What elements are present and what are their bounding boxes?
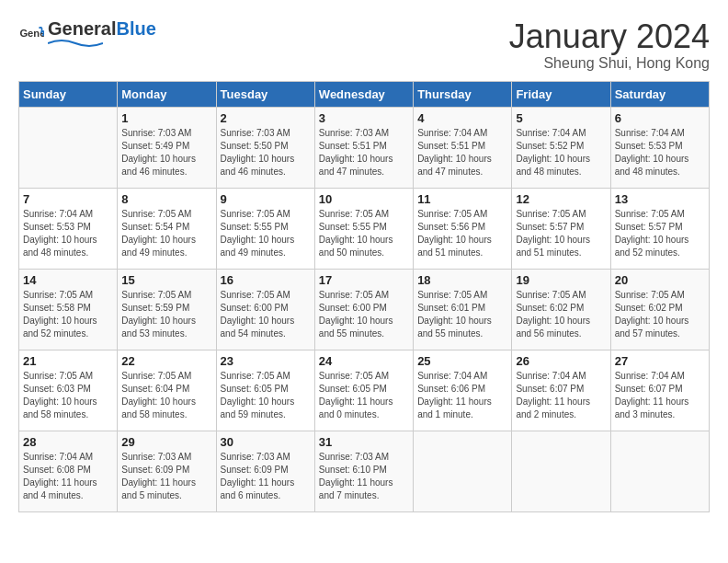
calendar-cell: 11Sunrise: 7:05 AMSunset: 5:56 PMDayligh… [414,188,512,269]
day-number: 26 [516,354,606,368]
title-section: January 2024 Sheung Shui, Hong Kong [509,18,710,72]
day-number: 2 [221,111,311,125]
day-info: Sunrise: 7:03 AMSunset: 5:51 PMDaylight:… [319,127,409,178]
calendar-cell: 12Sunrise: 7:05 AMSunset: 5:57 PMDayligh… [512,188,610,269]
calendar-cell: 21Sunrise: 7:05 AMSunset: 6:03 PMDayligh… [19,350,118,431]
day-info: Sunrise: 7:05 AMSunset: 6:00 PMDaylight:… [319,289,409,340]
calendar-cell: 30Sunrise: 7:03 AMSunset: 6:09 PMDayligh… [216,431,314,511]
day-number: 31 [319,435,409,449]
calendar-cell: 6Sunrise: 7:04 AMSunset: 5:53 PMDaylight… [610,107,709,188]
calendar-week-row: 21Sunrise: 7:05 AMSunset: 6:03 PMDayligh… [19,350,710,431]
calendar-cell: 23Sunrise: 7:05 AMSunset: 6:05 PMDayligh… [216,350,314,431]
day-number: 12 [516,192,606,206]
day-info: Sunrise: 7:03 AMSunset: 5:49 PMDaylight:… [121,127,211,178]
calendar-week-row: 14Sunrise: 7:05 AMSunset: 5:58 PMDayligh… [19,269,710,350]
day-info: Sunrise: 7:05 AMSunset: 5:57 PMDaylight:… [615,208,705,259]
day-info: Sunrise: 7:03 AMSunset: 6:10 PMDaylight:… [319,451,409,502]
day-number: 19 [516,273,606,287]
day-number: 11 [417,192,507,206]
calendar-cell: 8Sunrise: 7:05 AMSunset: 5:54 PMDaylight… [118,188,216,269]
day-number: 8 [121,192,211,206]
calendar-header-row: SundayMondayTuesdayWednesdayThursdayFrid… [19,81,710,107]
location-title: Sheung Shui, Hong Kong [509,55,710,72]
calendar-cell: 25Sunrise: 7:04 AMSunset: 6:06 PMDayligh… [414,350,512,431]
logo-icon: General [18,23,44,49]
calendar-cell: 24Sunrise: 7:05 AMSunset: 6:05 PMDayligh… [314,350,413,431]
day-info: Sunrise: 7:03 AMSunset: 6:09 PMDaylight:… [221,451,311,502]
day-number: 5 [516,111,606,125]
day-info: Sunrise: 7:04 AMSunset: 5:53 PMDaylight:… [23,208,113,259]
calendar-table: SundayMondayTuesdayWednesdayThursdayFrid… [18,81,710,512]
header-cell-saturday: Saturday [610,81,709,107]
calendar-cell: 27Sunrise: 7:04 AMSunset: 6:07 PMDayligh… [610,350,709,431]
calendar-cell: 31Sunrise: 7:03 AMSunset: 6:10 PMDayligh… [314,431,413,511]
calendar-cell [19,107,118,188]
calendar-week-row: 28Sunrise: 7:04 AMSunset: 6:08 PMDayligh… [19,431,710,511]
day-info: Sunrise: 7:05 AMSunset: 5:57 PMDaylight:… [516,208,606,259]
logo-underline-icon [48,38,103,49]
day-info: Sunrise: 7:03 AMSunset: 6:09 PMDaylight:… [121,451,211,502]
day-number: 23 [221,354,311,368]
calendar-cell: 26Sunrise: 7:04 AMSunset: 6:07 PMDayligh… [512,350,610,431]
day-number: 6 [615,111,705,125]
day-info: Sunrise: 7:04 AMSunset: 5:53 PMDaylight:… [615,127,705,178]
day-number: 3 [319,111,409,125]
calendar-week-row: 7Sunrise: 7:04 AMSunset: 5:53 PMDaylight… [19,188,710,269]
calendar-cell [512,431,610,511]
month-title: January 2024 [509,18,710,55]
day-number: 22 [121,354,211,368]
calendar-cell: 13Sunrise: 7:05 AMSunset: 5:57 PMDayligh… [610,188,709,269]
calendar-cell: 28Sunrise: 7:04 AMSunset: 6:08 PMDayligh… [19,431,118,511]
calendar-cell: 1Sunrise: 7:03 AMSunset: 5:49 PMDaylight… [118,107,216,188]
day-number: 30 [221,435,311,449]
header-cell-monday: Monday [118,81,216,107]
calendar-cell: 22Sunrise: 7:05 AMSunset: 6:04 PMDayligh… [118,350,216,431]
day-info: Sunrise: 7:05 AMSunset: 6:05 PMDaylight:… [319,370,409,421]
day-info: Sunrise: 7:03 AMSunset: 5:50 PMDaylight:… [221,127,311,178]
header-cell-tuesday: Tuesday [216,81,314,107]
calendar-cell: 3Sunrise: 7:03 AMSunset: 5:51 PMDaylight… [314,107,413,188]
day-number: 7 [23,192,113,206]
day-number: 4 [417,111,507,125]
day-number: 24 [319,354,409,368]
day-number: 16 [221,273,311,287]
day-info: Sunrise: 7:05 AMSunset: 6:03 PMDaylight:… [23,370,113,421]
day-info: Sunrise: 7:04 AMSunset: 6:06 PMDaylight:… [417,370,507,421]
calendar-cell: 18Sunrise: 7:05 AMSunset: 6:01 PMDayligh… [414,269,512,350]
day-number: 28 [23,435,113,449]
calendar-cell: 29Sunrise: 7:03 AMSunset: 6:09 PMDayligh… [118,431,216,511]
day-number: 9 [221,192,311,206]
day-number: 15 [121,273,211,287]
calendar-cell: 9Sunrise: 7:05 AMSunset: 5:55 PMDaylight… [216,188,314,269]
day-number: 18 [417,273,507,287]
day-number: 20 [615,273,705,287]
day-number: 17 [319,273,409,287]
calendar-cell: 17Sunrise: 7:05 AMSunset: 6:00 PMDayligh… [314,269,413,350]
day-info: Sunrise: 7:04 AMSunset: 5:52 PMDaylight:… [516,127,606,178]
calendar-cell: 20Sunrise: 7:05 AMSunset: 6:02 PMDayligh… [610,269,709,350]
day-info: Sunrise: 7:05 AMSunset: 5:54 PMDaylight:… [121,208,211,259]
day-number: 29 [121,435,211,449]
day-number: 13 [615,192,705,206]
day-number: 1 [121,111,211,125]
day-info: Sunrise: 7:05 AMSunset: 6:00 PMDaylight:… [221,289,311,340]
calendar-cell: 14Sunrise: 7:05 AMSunset: 5:58 PMDayligh… [19,269,118,350]
day-info: Sunrise: 7:05 AMSunset: 5:58 PMDaylight:… [23,289,113,340]
header-cell-wednesday: Wednesday [314,81,413,107]
calendar-cell: 19Sunrise: 7:05 AMSunset: 6:02 PMDayligh… [512,269,610,350]
day-number: 10 [319,192,409,206]
day-info: Sunrise: 7:04 AMSunset: 5:51 PMDaylight:… [417,127,507,178]
day-number: 14 [23,273,113,287]
calendar-cell: 4Sunrise: 7:04 AMSunset: 5:51 PMDaylight… [414,107,512,188]
day-number: 27 [615,354,705,368]
day-info: Sunrise: 7:05 AMSunset: 5:55 PMDaylight:… [319,208,409,259]
day-info: Sunrise: 7:05 AMSunset: 6:01 PMDaylight:… [417,289,507,340]
day-info: Sunrise: 7:05 AMSunset: 6:02 PMDaylight:… [516,289,606,340]
calendar-cell: 16Sunrise: 7:05 AMSunset: 6:00 PMDayligh… [216,269,314,350]
calendar-body: 1Sunrise: 7:03 AMSunset: 5:49 PMDaylight… [19,107,710,511]
calendar-cell [610,431,709,511]
header-cell-sunday: Sunday [19,81,118,107]
day-info: Sunrise: 7:04 AMSunset: 6:08 PMDaylight:… [23,451,113,502]
calendar-cell [414,431,512,511]
day-info: Sunrise: 7:04 AMSunset: 6:07 PMDaylight:… [615,370,705,421]
